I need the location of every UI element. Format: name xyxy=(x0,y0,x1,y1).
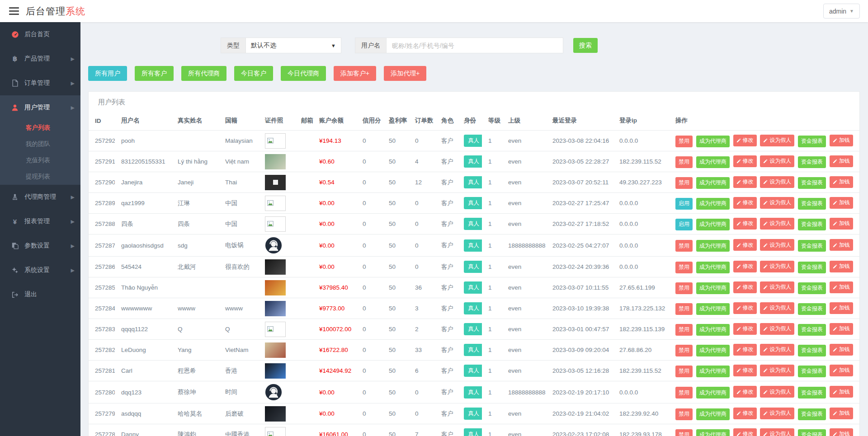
id-photo-thumbnail[interactable] xyxy=(265,259,286,275)
set-fake-button[interactable]: 设为假人 xyxy=(760,218,794,230)
toggle-button[interactable]: 禁用 xyxy=(675,240,693,252)
add-money-button[interactable]: 加钱 xyxy=(830,428,853,436)
fund-report-button[interactable]: 资金报表 xyxy=(798,387,826,398)
toggle-button[interactable]: 禁用 xyxy=(675,324,693,336)
toggle-button[interactable]: 禁用 xyxy=(675,177,693,189)
toggle-button[interactable]: 禁用 xyxy=(675,282,693,294)
add-money-button[interactable]: 加钱 xyxy=(830,344,853,356)
sidebar-item-dashboard[interactable]: 后台首页 xyxy=(0,22,80,47)
fund-report-button[interactable]: 资金报表 xyxy=(798,282,826,294)
all-customers-button[interactable]: 所有客户 xyxy=(135,66,174,81)
become-agent-button[interactable]: 成为代理商 xyxy=(696,177,730,189)
set-fake-button[interactable]: 设为假人 xyxy=(760,323,794,335)
edit-button[interactable]: 修改 xyxy=(733,323,757,335)
become-agent-button[interactable]: 成为代理商 xyxy=(696,366,730,377)
edit-button[interactable]: 修改 xyxy=(733,344,757,356)
add-money-button[interactable]: 加钱 xyxy=(830,386,853,398)
today-customers-button[interactable]: 今日客户 xyxy=(234,66,273,81)
fund-report-button[interactable]: 资金报表 xyxy=(798,429,826,436)
fund-report-button[interactable]: 资金报表 xyxy=(798,303,826,315)
edit-button[interactable]: 修改 xyxy=(733,386,757,398)
add-money-button[interactable]: 加钱 xyxy=(830,261,853,272)
edit-button[interactable]: 修改 xyxy=(733,365,757,376)
add-money-button[interactable]: 加钱 xyxy=(830,155,853,167)
sidebar-item-system-settings[interactable]: 系统设置 ▶ xyxy=(0,258,80,282)
set-fake-button[interactable]: 设为假人 xyxy=(760,155,794,167)
toggle-button[interactable]: 禁用 xyxy=(675,136,693,147)
set-fake-button[interactable]: 设为假人 xyxy=(760,281,794,293)
set-fake-button[interactable]: 设为假人 xyxy=(760,386,794,398)
toggle-button[interactable]: 禁用 xyxy=(675,303,693,315)
toggle-button[interactable]: 禁用 xyxy=(675,408,693,420)
become-agent-button[interactable]: 成为代理商 xyxy=(696,219,730,230)
set-fake-button[interactable]: 设为假人 xyxy=(760,302,794,314)
set-fake-button[interactable]: 设为假人 xyxy=(760,239,794,251)
search-button[interactable]: 搜索 xyxy=(573,38,598,53)
become-agent-button[interactable]: 成为代理商 xyxy=(696,262,730,273)
service-avatar-icon[interactable] xyxy=(265,384,282,401)
id-photo-thumbnail[interactable] xyxy=(265,280,286,295)
add-money-button[interactable]: 加钱 xyxy=(830,365,853,376)
toggle-button[interactable]: 启用 xyxy=(675,198,693,210)
fund-report-button[interactable]: 资金报表 xyxy=(798,198,826,210)
username-search-input[interactable] xyxy=(386,38,563,53)
sidebar-subitem-recharge-list[interactable]: 充值列表 xyxy=(0,152,80,169)
admin-user-menu[interactable]: admin ▼ xyxy=(823,4,860,19)
id-photo-thumbnail[interactable] xyxy=(265,406,286,422)
add-money-button[interactable]: 加钱 xyxy=(830,323,853,335)
set-fake-button[interactable]: 设为假人 xyxy=(760,365,794,376)
add-money-button[interactable]: 加钱 xyxy=(830,281,853,293)
fund-report-button[interactable]: 资金报表 xyxy=(798,324,826,336)
edit-button[interactable]: 修改 xyxy=(733,135,757,146)
toggle-button[interactable]: 禁用 xyxy=(675,345,693,356)
fund-report-button[interactable]: 资金报表 xyxy=(798,366,826,377)
id-photo-thumbnail[interactable] xyxy=(265,154,286,169)
sidebar-subitem-customer-list[interactable]: 客户列表 xyxy=(0,120,80,136)
id-photo-thumbnail[interactable] xyxy=(265,342,286,358)
fund-report-button[interactable]: 资金报表 xyxy=(798,219,826,230)
sidebar-subitem-my-team[interactable]: 我的团队 xyxy=(0,136,80,152)
qr-photo-thumbnail[interactable] xyxy=(265,175,286,190)
become-agent-button[interactable]: 成为代理商 xyxy=(696,240,730,252)
edit-button[interactable]: 修改 xyxy=(733,197,757,209)
add-money-button[interactable]: 加钱 xyxy=(830,135,853,146)
all-users-button[interactable]: 所有用户 xyxy=(88,66,127,81)
id-photo-thumbnail[interactable] xyxy=(265,363,286,379)
sidebar-item-reports[interactable]: ¥ 报表管理 ▶ xyxy=(0,209,80,234)
add-money-button[interactable]: 加钱 xyxy=(830,197,853,209)
become-agent-button[interactable]: 成为代理商 xyxy=(696,136,730,147)
sidebar-item-orders[interactable]: 订单管理 ▶ xyxy=(0,71,80,95)
fund-report-button[interactable]: 资金报表 xyxy=(798,408,826,420)
sidebar-item-users[interactable]: 用户管理 ▶ xyxy=(0,95,80,120)
today-agents-button[interactable]: 今日代理商 xyxy=(281,66,326,81)
become-agent-button[interactable]: 成为代理商 xyxy=(696,156,730,168)
sidebar-subitem-withdraw-list[interactable]: 提现列表 xyxy=(0,169,80,185)
become-agent-button[interactable]: 成为代理商 xyxy=(696,303,730,315)
fund-report-button[interactable]: 资金报表 xyxy=(798,262,826,273)
edit-button[interactable]: 修改 xyxy=(733,302,757,314)
fund-report-button[interactable]: 资金报表 xyxy=(798,345,826,356)
toggle-button[interactable]: 禁用 xyxy=(675,262,693,273)
edit-button[interactable]: 修改 xyxy=(733,408,757,419)
edit-button[interactable]: 修改 xyxy=(733,239,757,251)
edit-button[interactable]: 修改 xyxy=(733,428,757,436)
toggle-button[interactable]: 禁用 xyxy=(675,156,693,168)
edit-button[interactable]: 修改 xyxy=(733,176,757,188)
toggle-button[interactable]: 启用 xyxy=(675,219,693,230)
become-agent-button[interactable]: 成为代理商 xyxy=(696,282,730,294)
edit-button[interactable]: 修改 xyxy=(733,261,757,272)
add-money-button[interactable]: 加钱 xyxy=(830,218,853,230)
fund-report-button[interactable]: 资金报表 xyxy=(798,136,826,147)
fund-report-button[interactable]: 资金报表 xyxy=(798,240,826,252)
add-money-button[interactable]: 加钱 xyxy=(830,302,853,314)
edit-button[interactable]: 修改 xyxy=(733,281,757,293)
add-customer-button[interactable]: 添加客户+ xyxy=(334,66,376,81)
edit-button[interactable]: 修改 xyxy=(733,218,757,230)
edit-button[interactable]: 修改 xyxy=(733,155,757,167)
become-agent-button[interactable]: 成为代理商 xyxy=(696,198,730,210)
set-fake-button[interactable]: 设为假人 xyxy=(760,344,794,356)
become-agent-button[interactable]: 成为代理商 xyxy=(696,324,730,336)
all-agents-button[interactable]: 所有代理商 xyxy=(181,66,226,81)
service-avatar-icon[interactable] xyxy=(265,237,282,254)
become-agent-button[interactable]: 成为代理商 xyxy=(696,345,730,356)
